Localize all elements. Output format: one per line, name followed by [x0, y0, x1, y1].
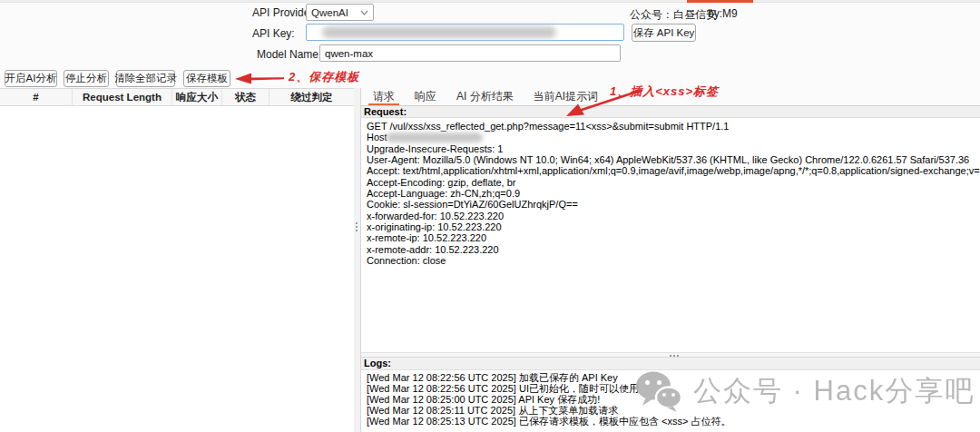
- save-api-key-button[interactable]: 保存 API Key: [632, 24, 696, 42]
- log-entry: [Wed Mar 12 08:22:56 UTC 2025] 加载已保存的 AP…: [367, 372, 980, 383]
- request-line: x-forwarded-for: 10.52.223.220: [367, 211, 980, 221]
- vertical-splitter[interactable]: [354, 88, 360, 432]
- account-label: 公众号：白昼信安: [630, 7, 717, 23]
- chevron-down-icon: [360, 10, 368, 15]
- api-key-redaction: [322, 26, 556, 38]
- model-name-label: Model Name:: [257, 48, 321, 61]
- request-line: Connection: close: [367, 255, 980, 266]
- host-redaction: [387, 133, 483, 142]
- tab-accent-line: [687, 0, 753, 3]
- model-name-input[interactable]: [319, 44, 621, 62]
- request-section-label: Request:: [361, 106, 980, 118]
- request-line: Cookie: sl-session=DtYiAZ/60GelUZhrqkjP/…: [367, 199, 980, 210]
- request-line: x-originating-ip: 10.52.223.220: [367, 221, 980, 232]
- start-ai-analysis-button[interactable]: 开启AI分析: [5, 70, 57, 87]
- api-provider-select[interactable]: QwenAI: [306, 4, 374, 21]
- annotation-insert-xss-tag: 1、插入<xss>标签: [610, 83, 719, 100]
- clear-all-records-button[interactable]: 清除全部记录: [116, 70, 175, 87]
- logs-list: [Wed Mar 12 08:22:56 UTC 2025] 加载已保存的 AP…: [361, 370, 980, 432]
- request-line: Accept-Language: zh-CN,zh;q=0.9: [367, 188, 980, 199]
- results-table-body: [0, 106, 354, 432]
- log-entry: [Wed Mar 12 08:25:00 UTC 2025] API Key 保…: [367, 394, 980, 405]
- save-template-button[interactable]: 保存模板: [183, 70, 230, 87]
- tab-response[interactable]: 响应: [405, 88, 446, 105]
- api-provider-value: QwenAI: [311, 7, 348, 18]
- detail-panel: 请求 响应 AI 分析结果 当前AI提示词 Request: GET /vul/…: [360, 88, 980, 432]
- log-entry: [Wed Mar 12 08:25:11 UTC 2025] 从上下文菜单加载请…: [367, 405, 980, 416]
- results-table-header: # Request Length 响应大小 状态 绕过判定: [0, 89, 354, 106]
- request-line: Upgrade-Insecure-Requests: 1: [367, 143, 980, 154]
- app-window: { "header": { "api_provider_label": "API…: [0, 0, 980, 432]
- request-editor[interactable]: GET /vul/xss/xss_reflected_get.php?messa…: [361, 118, 980, 352]
- log-entry: [Wed Mar 12 08:22:56 UTC 2025] UI已初始化，随时…: [367, 383, 980, 394]
- annotation-save-template: 2、保存模板: [289, 69, 359, 85]
- column-header-bypass-verdict[interactable]: 绕过判定: [270, 89, 354, 105]
- splitter-dots-icon: [670, 355, 671, 357]
- column-header-index[interactable]: #: [0, 89, 73, 105]
- author-label: by:M9: [708, 7, 738, 20]
- request-line: Accept: text/html,application/xhtml+xml,…: [367, 165, 980, 176]
- request-line: GET /vul/xss/xss_reflected_get.php?messa…: [367, 121, 980, 132]
- column-header-status[interactable]: 状态: [222, 89, 270, 105]
- log-entry: [Wed Mar 12 08:25:13 UTC 2025] 已保存请求模板，模…: [367, 416, 980, 427]
- column-header-request-length[interactable]: Request Length: [73, 89, 172, 105]
- stop-analysis-button[interactable]: 停止分析: [64, 70, 109, 87]
- results-table: # Request Length 响应大小 状态 绕过判定: [0, 88, 354, 432]
- api-key-label: API Key:: [252, 27, 295, 40]
- splitter-dots-icon: [356, 222, 358, 224]
- request-line: x-remote-ip: 10.52.223.220: [367, 232, 980, 243]
- top-strip: [0, 0, 980, 3]
- logs-section-label: Logs:: [361, 358, 980, 370]
- column-header-response-size[interactable]: 响应大小: [172, 89, 222, 105]
- request-line: Accept-Encoding: gzip, deflate, br: [367, 177, 980, 188]
- tab-request[interactable]: 请求: [363, 88, 405, 105]
- tab-ai-analysis-result[interactable]: AI 分析结果: [446, 88, 524, 105]
- annotation-arrow-left-icon: [235, 72, 284, 84]
- request-line: x-remote-addr: 10.52.223.220: [367, 244, 980, 255]
- request-line: User-Agent: Mozilla/5.0 (Windows NT 10.0…: [367, 154, 980, 165]
